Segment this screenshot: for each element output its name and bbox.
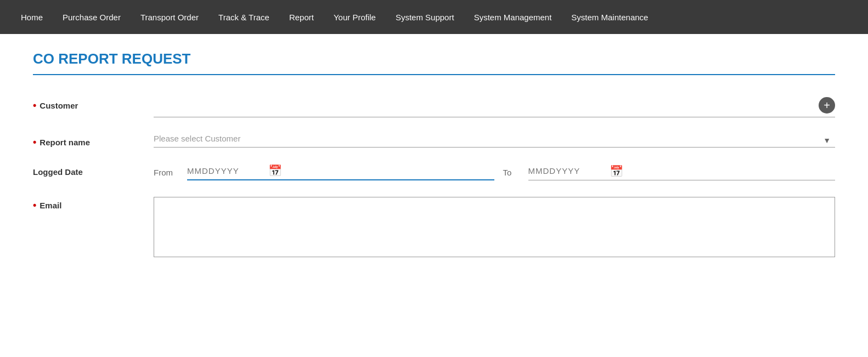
report-name-label: • Report name xyxy=(33,134,154,147)
report-required-dot: • xyxy=(33,137,36,147)
nav-track-trace[interactable]: Track & Trace xyxy=(208,0,279,34)
email-row: • Email xyxy=(33,197,835,259)
customer-required-dot: • xyxy=(33,100,36,110)
customer-control-wrap: + xyxy=(154,97,835,117)
nav-report[interactable]: Report xyxy=(279,0,324,34)
from-label: From xyxy=(154,168,178,177)
customer-row: • Customer + xyxy=(33,97,835,117)
nav-transport-order[interactable]: Transport Order xyxy=(131,0,208,34)
nav-system-management[interactable]: System Management xyxy=(464,0,562,34)
from-calendar-icon[interactable]: 📅 xyxy=(268,164,282,177)
email-label: • Email xyxy=(33,197,154,210)
report-name-control-wrap: Please select Customer ▼ xyxy=(154,134,835,148)
date-row: From 📅 To 📅 xyxy=(154,164,835,180)
customer-input[interactable] xyxy=(154,101,813,110)
logged-date-row: Logged Date From 📅 To 📅 xyxy=(33,164,835,180)
main-nav: Home Purchase Order Transport Order Trac… xyxy=(0,0,868,34)
customer-input-wrap: + xyxy=(154,97,835,117)
form-section: • Customer + • Report name Please select… xyxy=(33,97,835,259)
report-name-select[interactable]: Please select Customer xyxy=(154,134,835,143)
title-underline xyxy=(33,74,835,75)
page-title: CO REPORT REQUEST xyxy=(33,50,835,67)
nav-system-support[interactable]: System Support xyxy=(386,0,464,34)
to-date-input[interactable] xyxy=(528,166,605,175)
from-date-input[interactable] xyxy=(187,166,264,175)
nav-system-maintenance[interactable]: System Maintenance xyxy=(561,0,658,34)
email-control-wrap xyxy=(154,197,835,259)
nav-your-profile[interactable]: Your Profile xyxy=(324,0,386,34)
nav-home[interactable]: Home xyxy=(11,0,53,34)
nav-purchase-order[interactable]: Purchase Order xyxy=(53,0,131,34)
logged-date-control-wrap: From 📅 To 📅 xyxy=(154,164,835,180)
to-label: To xyxy=(503,168,520,177)
report-select-wrap: Please select Customer ▼ xyxy=(154,134,835,148)
report-name-row: • Report name Please select Customer ▼ xyxy=(33,134,835,148)
to-date-input-wrap: 📅 xyxy=(528,165,836,180)
email-textarea[interactable] xyxy=(154,197,835,257)
customer-label: • Customer xyxy=(33,97,154,110)
email-required-dot: • xyxy=(33,200,36,210)
add-customer-button[interactable]: + xyxy=(819,97,835,114)
to-calendar-icon[interactable]: 📅 xyxy=(610,165,623,178)
logged-date-label: Logged Date xyxy=(33,164,154,177)
main-content: CO REPORT REQUEST • Customer + • Report … xyxy=(0,34,868,357)
from-date-input-wrap: 📅 xyxy=(187,164,494,180)
